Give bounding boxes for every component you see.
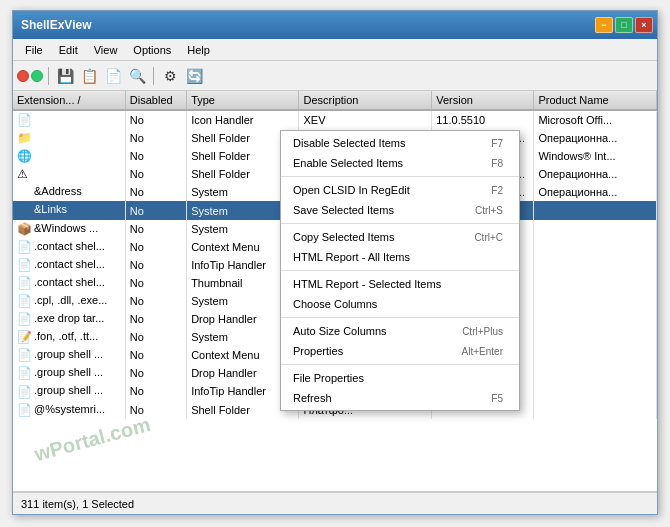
table-cell: No (125, 256, 186, 274)
context-menu-item[interactable]: Auto Size ColumnsCtrl+Plus (281, 321, 519, 341)
context-menu-item[interactable]: Open CLSID In RegEditF2 (281, 180, 519, 200)
context-menu-shortcut: Ctrl+C (474, 232, 503, 243)
menu-edit[interactable]: Edit (51, 42, 86, 58)
context-menu-item[interactable]: Enable Selected ItemsF8 (281, 153, 519, 173)
row-icon: 📁 (17, 131, 31, 145)
table-cell: 📄.group shell ... (13, 346, 125, 364)
table-cell (534, 364, 657, 382)
table-cell: Операционна... (534, 165, 657, 183)
table-cell: 🌐 (13, 147, 125, 165)
context-menu-shortcut: Ctrl+S (475, 205, 503, 216)
row-icon: 🌐 (17, 149, 31, 163)
context-menu-item[interactable]: Disable Selected ItemsF7 (281, 133, 519, 153)
table-cell: Операционна... (534, 183, 657, 201)
table-cell: No (125, 165, 186, 183)
table-cell (534, 401, 657, 419)
context-menu-item-label: Save Selected Items (293, 204, 394, 216)
table-cell: 📁 (13, 129, 125, 147)
table-cell: No (125, 310, 186, 328)
context-menu-item[interactable]: RefreshF5 (281, 388, 519, 408)
row-icon: 📄 (17, 294, 31, 308)
table-cell: &Address (13, 183, 125, 201)
context-menu-shortcut: Ctrl+Plus (462, 326, 503, 337)
context-menu-item-label: HTML Report - Selected Items (293, 278, 441, 290)
table-cell: No (125, 292, 186, 310)
table-cell: 📄 (13, 110, 125, 129)
col-header-type[interactable]: Type (187, 91, 299, 110)
table-cell (534, 328, 657, 346)
copy-toolbar-button[interactable]: 📋 (78, 65, 100, 87)
minimize-button[interactable]: − (595, 17, 613, 33)
context-menu-item[interactable]: File Properties (281, 368, 519, 388)
context-menu-item-label: Enable Selected Items (293, 157, 403, 169)
window-title: ShellExView (21, 18, 91, 32)
table-cell: 📄.contact shel... (13, 256, 125, 274)
table-cell (534, 292, 657, 310)
search-toolbar-button[interactable]: 🔍 (126, 65, 148, 87)
table-cell (534, 220, 657, 238)
table-cell: Icon Handler (187, 110, 299, 129)
menu-file[interactable]: File (17, 42, 51, 58)
table-cell (534, 346, 657, 364)
context-menu-item[interactable]: Copy Selected ItemsCtrl+C (281, 227, 519, 247)
table-cell: 📦&Windows ... (13, 220, 125, 238)
context-menu-item[interactable]: Choose Columns (281, 294, 519, 314)
title-bar: ShellExView − □ × (13, 11, 657, 39)
toolbar-separator-2 (153, 67, 154, 85)
col-header-disabled[interactable]: Disabled (125, 91, 186, 110)
row-icon: 📄 (17, 258, 31, 272)
table-cell: No (125, 129, 186, 147)
table-cell: 11.0.5510 (432, 110, 534, 129)
row-icon: ⚠ (17, 167, 31, 181)
table-cell: 📄.group shell ... (13, 364, 125, 382)
context-menu-separator (281, 223, 519, 224)
row-icon: 📄 (17, 276, 31, 290)
table-cell: No (125, 238, 186, 256)
toolbar: 💾 📋 📄 🔍 ⚙ 🔄 (13, 61, 657, 91)
row-icon: 📄 (17, 113, 31, 127)
context-menu-item-label: Auto Size Columns (293, 325, 387, 337)
col-header-version[interactable]: Version (432, 91, 534, 110)
col-header-description[interactable]: Description (299, 91, 432, 110)
refresh-toolbar-button[interactable]: 🔄 (183, 65, 205, 87)
context-menu-shortcut: F2 (491, 185, 503, 196)
table-cell: No (125, 328, 186, 346)
context-menu-item-label: Open CLSID In RegEdit (293, 184, 410, 196)
table-cell: 📄@%systemri... (13, 401, 125, 419)
table-cell (534, 201, 657, 219)
row-icon: 📝 (17, 330, 31, 344)
menu-help[interactable]: Help (179, 42, 218, 58)
context-menu-item[interactable]: Save Selected ItemsCtrl+S (281, 200, 519, 220)
menu-bar: File Edit View Options Help (13, 39, 657, 61)
context-menu-item[interactable]: HTML Report - All Items (281, 247, 519, 267)
menu-options[interactable]: Options (125, 42, 179, 58)
table-cell: 📝.fon, .otf, .tt... (13, 328, 125, 346)
context-menu-item[interactable]: HTML Report - Selected Items (281, 274, 519, 294)
context-menu-item[interactable]: PropertiesAlt+Enter (281, 341, 519, 361)
context-menu-shortcut: F7 (491, 138, 503, 149)
row-icon: 📄 (17, 385, 31, 399)
col-header-product[interactable]: Product Name (534, 91, 657, 110)
table-cell: 📄.contact shel... (13, 238, 125, 256)
maximize-button[interactable]: □ (615, 17, 633, 33)
properties-toolbar-button[interactable]: ⚙ (159, 65, 181, 87)
context-menu-separator (281, 317, 519, 318)
paste-toolbar-button[interactable]: 📄 (102, 65, 124, 87)
stop-icon[interactable] (17, 70, 29, 82)
go-icon[interactable] (31, 70, 43, 82)
col-header-extension[interactable]: Extension... / (13, 91, 125, 110)
row-icon: 📦 (17, 222, 31, 236)
row-icon (17, 204, 31, 218)
menu-view[interactable]: View (86, 42, 126, 58)
table-cell: No (125, 274, 186, 292)
table-cell: No (125, 364, 186, 382)
row-icon (17, 185, 31, 199)
close-button[interactable]: × (635, 17, 653, 33)
save-toolbar-button[interactable]: 💾 (54, 65, 76, 87)
table-row[interactable]: 📄NoIcon HandlerXEV11.0.5510Microsoft Off… (13, 110, 657, 129)
table-cell: No (125, 346, 186, 364)
context-menu-shortcut: F8 (491, 158, 503, 169)
row-icon: 📄 (17, 403, 31, 417)
context-menu-item-label: Properties (293, 345, 343, 357)
table-cell (534, 238, 657, 256)
